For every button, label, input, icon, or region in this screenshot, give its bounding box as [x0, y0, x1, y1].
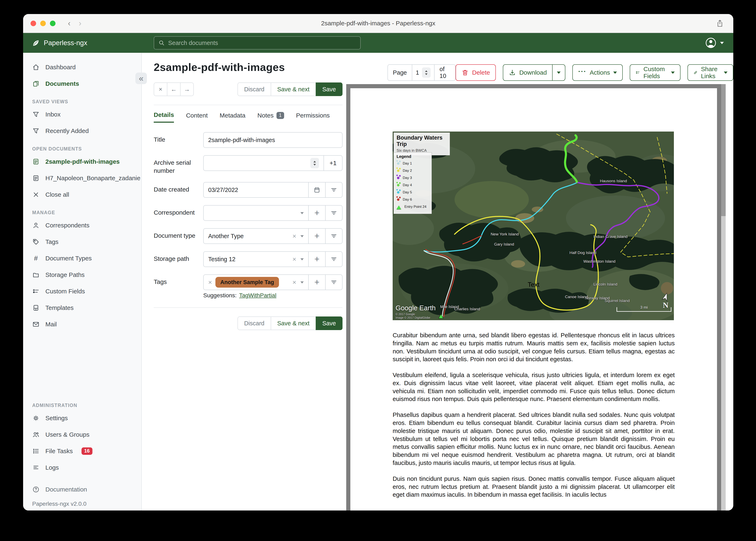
search-bar[interactable] [154, 36, 361, 50]
clear-icon[interactable]: × [292, 233, 296, 240]
date-created-input[interactable] [208, 187, 304, 194]
asn-input[interactable] [208, 160, 319, 167]
browser-back-icon[interactable]: ‹ [68, 19, 71, 28]
page-stepper[interactable] [422, 67, 431, 78]
folder-icon [32, 271, 40, 278]
copyright-line: © 2017 Google [396, 312, 415, 316]
save-button-bottom[interactable]: Save [316, 316, 343, 330]
add-storage-button[interactable]: + [308, 251, 326, 267]
clear-icon[interactable]: × [292, 279, 296, 285]
tag-chip[interactable]: Another Sample Tag [215, 277, 279, 287]
island-label: Half Dog Island [569, 251, 596, 255]
sidebar-item-logs[interactable]: Logs [23, 459, 141, 476]
next-document-button[interactable]: → [180, 83, 194, 96]
suggestion-link[interactable]: TagWithPartial [239, 292, 276, 298]
calendar-button[interactable] [308, 182, 326, 198]
add-correspondent-button[interactable]: + [308, 205, 326, 221]
remove-tag-icon[interactable]: × [208, 279, 212, 285]
title-input[interactable] [208, 137, 338, 144]
share-links-button[interactable]: Share Links [687, 64, 733, 81]
sidebar-item-storage-paths[interactable]: Storage Paths [23, 267, 141, 283]
island-label: Indian Grave Island [594, 235, 628, 239]
sidebar-item-users-groups[interactable]: Users & Groups [23, 426, 141, 443]
correspondent-select[interactable] [203, 205, 309, 221]
track-marker-icon [397, 184, 399, 186]
sidebar-item-open-doc-current[interactable]: 2sample-pdf-with-images [23, 153, 141, 170]
sidebar-item-settings[interactable]: Settings [23, 410, 141, 426]
storage-filter-button[interactable] [325, 251, 343, 267]
map-subtitle: Six days in BWCA [397, 149, 447, 153]
sidebar-item-recently-added[interactable]: Recently Added [23, 123, 141, 139]
template-icon [32, 304, 40, 311]
tags-select[interactable]: × Another Sample Tag × [203, 274, 309, 290]
previous-document-button[interactable]: ← [167, 83, 181, 96]
sidebar-item-custom-fields[interactable]: Custom Fields [23, 283, 141, 299]
share-icon[interactable] [716, 19, 724, 28]
sidebar-item-inbox[interactable]: Inbox [23, 106, 141, 123]
save-next-button-bottom[interactable]: Save & next [271, 316, 316, 330]
sidebar-item-document-types[interactable]: # Document Types [23, 250, 141, 267]
sidebar-collapse-button[interactable]: « [135, 73, 147, 84]
page-number-field[interactable]: 1 [412, 64, 435, 81]
close-document-button[interactable]: × [154, 83, 167, 96]
tab-content[interactable]: Content [186, 111, 208, 123]
tags-filter-button[interactable] [325, 274, 343, 290]
paragraph: Duis non tincidunt purus. Nam quis sapie… [393, 475, 675, 499]
sidebar-item-dashboard[interactable]: Dashboard [23, 59, 141, 76]
save-button[interactable]: Save [316, 83, 343, 96]
document-type-select[interactable]: Another Type × [203, 228, 309, 244]
calendar-icon [313, 186, 320, 194]
sidebar-item-documents[interactable]: Documents [23, 76, 141, 92]
add-tag-button[interactable]: + [308, 274, 326, 290]
tab-permissions[interactable]: Permissions [296, 111, 330, 123]
legend-item: Day 6 [397, 197, 429, 202]
sidebar-item-close-all[interactable]: Close all [23, 186, 141, 203]
storage-path-select[interactable]: Testing 12 × [203, 251, 309, 267]
discard-button[interactable]: Discard [237, 83, 271, 96]
pdf-scrollbar-thumb[interactable] [721, 84, 726, 216]
sidebar-item-file-tasks[interactable]: File Tasks 16 [23, 443, 141, 459]
clear-icon[interactable]: × [292, 256, 296, 263]
tab-metadata[interactable]: Metadata [220, 111, 245, 123]
custom-fields-button[interactable]: Custom Fields [630, 64, 680, 81]
tab-notes[interactable]: Notes1 [258, 111, 284, 123]
pdf-viewer[interactable]: Boundary Waters Trip Six days in BWCA Le… [346, 84, 726, 510]
legend-item: Day 3 [397, 175, 429, 181]
search-input[interactable] [168, 40, 356, 46]
track-marker-icon [397, 170, 399, 172]
sidebar-item-correspondents[interactable]: Correspondents [23, 217, 141, 234]
close-window-button[interactable] [31, 21, 36, 26]
document-edit-panel: 2sample-pdf-with-images × ← → Discard Sa… [142, 53, 346, 510]
pdf-scrollbar[interactable] [721, 84, 726, 510]
asn-plus-one-button[interactable]: +1 [324, 155, 343, 171]
discard-button-bottom[interactable]: Discard [237, 316, 271, 330]
doctype-filter-button[interactable] [325, 228, 343, 244]
add-doctype-button[interactable]: + [308, 228, 326, 244]
download-button[interactable]: Download [503, 64, 553, 81]
brand[interactable]: Paperless-ngx [31, 39, 87, 47]
correspondent-filter-button[interactable] [325, 205, 343, 221]
sidebar-item-templates[interactable]: Templates [23, 299, 141, 316]
browser-forward-icon[interactable]: › [79, 19, 82, 28]
tab-details[interactable]: Details [154, 111, 174, 123]
download-options-button[interactable] [552, 64, 565, 81]
minimize-window-button[interactable] [40, 21, 46, 26]
actions-button[interactable]: ··· Actions [572, 64, 623, 81]
date-filter-button[interactable] [325, 182, 343, 198]
island-label: Lincoln Island [593, 282, 617, 286]
user-menu[interactable] [705, 37, 724, 49]
doc-nav-group: × ← → [154, 83, 194, 96]
save-next-button[interactable]: Save & next [271, 83, 316, 96]
sidebar-item-open-doc-other[interactable]: H7_Napoleon_Bonaparte_zadanie [23, 170, 141, 186]
chevron-down-icon [671, 72, 675, 76]
chevron-down-icon [300, 235, 304, 239]
zoom-window-button[interactable] [50, 21, 56, 26]
number-stepper[interactable] [310, 158, 319, 168]
delete-button[interactable]: Delete [456, 64, 496, 81]
sidebar-item-tags[interactable]: Tags [23, 234, 141, 250]
sidebar-item-mail[interactable]: Mail [23, 316, 141, 332]
close-icon [32, 191, 40, 198]
sidebar-item-documentation[interactable]: Documentation [23, 481, 141, 498]
person-icon [32, 222, 40, 229]
page-title: 2sample-pdf-with-images [154, 61, 343, 73]
